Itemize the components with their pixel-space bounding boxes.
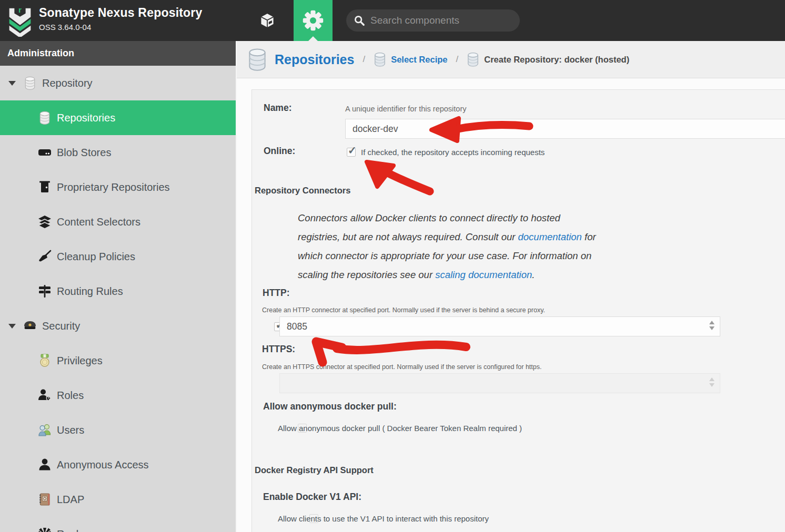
address-book-icon (38, 493, 52, 506)
sidebar-item-blob-stores[interactable]: Blob Stores (0, 135, 236, 170)
https-helper: Create an HTTPS connector at specified p… (262, 363, 542, 371)
v1-api-checkbox-label: Allow clients to use the V1 API to inter… (278, 514, 489, 523)
app-title: Sonatype Nexus Repository (39, 6, 202, 20)
tab-administration[interactable] (294, 0, 333, 41)
name-helper: A unique identifier for this repository (345, 105, 467, 113)
online-checkbox[interactable] (347, 148, 356, 157)
database-icon (247, 48, 267, 71)
medal-icon (38, 354, 52, 367)
hard-drive-icon (38, 146, 52, 159)
breadcrumb-select-recipe[interactable]: Select Recipe (391, 55, 447, 65)
sidebar-item-content-selectors[interactable]: Content Selectors (0, 204, 236, 239)
https-label: HTTPS: (262, 344, 295, 355)
person-tag-icon (38, 388, 52, 402)
scaling-documentation-link[interactable]: scaling documentation (435, 269, 532, 280)
number-spinner[interactable] (709, 321, 714, 330)
anonymous-pull-heading: Allow anonymous docker pull: (263, 401, 397, 412)
search-icon (354, 15, 365, 26)
sidebar-item-realms[interactable]: Realms (0, 517, 236, 532)
chevron-down-icon[interactable] (8, 81, 16, 86)
database-icon (23, 76, 37, 90)
breadcrumb-separator: / (456, 54, 458, 65)
name-input[interactable]: docker-dev (345, 119, 785, 139)
database-icon (467, 52, 479, 67)
repository-connectors-heading: Repository Connectors (255, 186, 350, 196)
https-port-input[interactable] (279, 373, 720, 393)
breadcrumb: Repositories / Select Recipe / Create Re… (237, 41, 785, 78)
top-header-bar: Sonatype Nexus Repository OSS 3.64.0-04 … (0, 0, 785, 41)
sidebar-item-roles[interactable]: Roles (0, 378, 236, 413)
gear-icon (303, 10, 324, 31)
http-port-input[interactable]: 8085 (279, 316, 720, 336)
docker-registry-api-heading: Docker Registry API Support (255, 465, 374, 475)
search-input[interactable]: Search components (346, 9, 520, 32)
sidebar-item-cleanup-policies[interactable]: Cleanup Policies (0, 239, 236, 274)
anonymous-pull-checkbox-label: Allow anonymous docker pull ( Docker Bea… (278, 424, 522, 433)
layers-icon (38, 215, 52, 229)
sidebar-item-routing-rules[interactable]: Routing Rules (0, 274, 236, 309)
sidebar-item-ldap[interactable]: LDAP (0, 482, 236, 517)
signpost-icon (38, 284, 52, 298)
database-icon (374, 52, 386, 67)
sidebar-item-users[interactable]: Users (0, 413, 236, 447)
spinner-down-icon (709, 383, 714, 387)
spinner-down-icon[interactable] (709, 326, 714, 330)
search-placeholder: Search components (370, 15, 459, 26)
sidebar-section-title: Administration (0, 41, 236, 66)
connectors-description: Connectors allow Docker clients to conne… (298, 209, 698, 284)
number-spinner (709, 377, 714, 387)
broom-icon (38, 250, 52, 263)
chevron-down-icon[interactable] (8, 324, 16, 329)
person-icon (38, 458, 52, 472)
breadcrumb-separator: / (363, 54, 365, 65)
sidebar-item-proprietary-repositories[interactable]: Proprietary Repositories (0, 170, 236, 204)
sidebar-item-repository[interactable]: Repository (0, 66, 236, 100)
tab-browse[interactable] (248, 0, 287, 41)
breadcrumb-repositories[interactable]: Repositories (275, 52, 354, 67)
sidebar-item-repositories[interactable]: Repositories (0, 100, 236, 135)
burst-icon (38, 527, 52, 532)
door-icon (38, 180, 52, 194)
spinner-up-icon (709, 377, 714, 381)
app-title-block: Sonatype Nexus Repository OSS 3.64.0-04 (39, 6, 202, 32)
police-cap-icon (23, 319, 37, 333)
sidebar-item-security[interactable]: Security (0, 309, 236, 343)
spinner-up-icon[interactable] (709, 321, 714, 324)
v1-api-heading: Enable Docker V1 API: (263, 492, 361, 503)
http-helper: Create an HTTP connector at specified po… (262, 306, 545, 314)
online-checkbox-label: If checked, the repository accepts incom… (361, 148, 545, 157)
cube-icon (259, 13, 275, 28)
sidebar-item-privileges[interactable]: Privileges (0, 343, 236, 378)
name-label: Name: (264, 103, 292, 114)
database-icon (38, 111, 52, 125)
sidebar-item-anonymous-access[interactable]: Anonymous Access (0, 447, 236, 482)
http-label: HTTP: (263, 288, 290, 299)
app-version: OSS 3.64.0-04 (39, 23, 202, 32)
breadcrumb-current: Create Repository: docker (hosted) (484, 55, 629, 65)
sonatype-logo-icon (6, 4, 34, 37)
nexus-app: Sonatype Nexus Repository OSS 3.64.0-04 … (0, 0, 785, 532)
people-icon (38, 423, 52, 437)
documentation-link[interactable]: documentation (518, 231, 582, 242)
admin-sidebar: Administration Repository Repositories B… (0, 41, 237, 532)
online-label: Online: (264, 146, 295, 157)
create-repository-form: Name: A unique identifier for this repos… (251, 89, 785, 532)
